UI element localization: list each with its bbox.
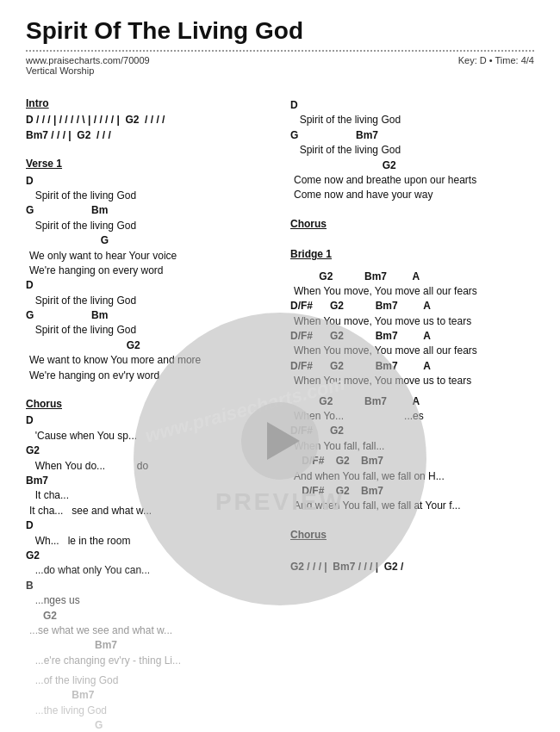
v1-l1: Spirit of the living God	[26, 189, 270, 203]
r-v2-c1: D	[290, 98, 534, 113]
v1-c3: G	[26, 233, 270, 248]
br2-l2: When You fall, fall...	[290, 439, 534, 454]
v1-l4: We're hanging on every word	[26, 264, 270, 278]
content-columns: Intro D / / / | / / / / \ | / / / / | G2…	[26, 88, 534, 732]
outro-c2: Bm7	[26, 688, 270, 703]
song-url-artist: www.praisecharts.com/70009 Vertical Wors…	[26, 55, 150, 76]
v1-c5: G Bm	[26, 308, 270, 323]
br1-l4: When You move, You move us to tears	[290, 374, 534, 388]
section-intro-label: Intro	[26, 96, 270, 111]
ch1-l7: ...nges us	[26, 593, 270, 608]
section-chorus-right-label: Chorus	[290, 217, 534, 232]
v1-l6: Spirit of the living God	[26, 323, 270, 338]
ch1-l5: Wh... le in the room	[26, 534, 270, 549]
br2-c3: D/F# G2 Bm7	[290, 454, 534, 468]
ch1-c5: G2	[26, 549, 270, 563]
v1-c2: G Bm	[26, 203, 270, 218]
section-verse1-label: Verse 1	[26, 157, 270, 171]
br2-l3: And when You fall, we fall on H...	[290, 469, 534, 484]
br2-c1: G2 Bm7 A	[290, 394, 534, 409]
outro-l2: ...the living God	[26, 704, 270, 718]
section-chorus1-label: Chorus	[26, 397, 270, 412]
ch1-l2: When You do... do	[26, 459, 270, 474]
br1-c1: G2 Bm7 A	[290, 270, 534, 284]
br1-l1: When You move, You move all our fears	[290, 284, 534, 299]
r-v2-c2: G Bm7	[290, 128, 534, 143]
ch1-l9: ...e're changing ev'ry - thing Li...	[26, 654, 270, 668]
ch1-c7: G2	[26, 609, 270, 623]
v1-c4: D	[26, 278, 270, 293]
br1-c4: D/F# G2 Bm7 A	[290, 359, 534, 374]
outro-l1: ...of the living God	[26, 673, 270, 688]
ch1-c4: D	[26, 518, 270, 533]
r-v2-l1: Spirit of the living God	[290, 113, 534, 127]
meta-row: www.praisecharts.com/70009 Vertical Wors…	[26, 55, 534, 76]
br1-l2: When You move, You move us to tears	[290, 314, 534, 329]
br2-l4: And when You fall, we fall at Your f...	[290, 499, 534, 513]
r-v2-c3: G2	[290, 158, 534, 173]
ch1-l4: It cha... see and what w...	[26, 504, 270, 518]
br1-c2: D/F# G2 Bm7 A	[290, 299, 534, 313]
v1-c1: D	[26, 174, 270, 189]
intro-chord-2: Bm7 / / / | G2 / / /	[26, 128, 270, 143]
v1-l7: We want to know You more and more	[26, 353, 270, 368]
outro-chord-right: G2 / / / | Bm7 / / / | G2 /	[290, 560, 534, 574]
ch1-l3: It cha...	[26, 488, 270, 503]
ch1-l8: ...se what we see and what w...	[26, 623, 270, 638]
br2-c4: D/F# G2 Bm7	[290, 484, 534, 499]
intro-chord-1: D / / / | / / / / \ | / / / / | G2 / / /…	[26, 113, 270, 127]
br2-l1: When Yo... ...es	[290, 409, 534, 424]
ch1-l1: 'Cause when You sp...	[26, 429, 270, 444]
v1-l3: We only want to hear Your voice	[26, 249, 270, 264]
section-bridge1-label: Bridge 1	[290, 247, 534, 262]
r-v2-l2: Spirit of the living God	[290, 143, 534, 158]
ch1-c3: Bm7	[26, 474, 270, 488]
section-chorus2-label: Chorus	[290, 528, 534, 543]
outro-c3: G	[26, 718, 270, 732]
r-v2-l3: Come now and breathe upon our hearts	[290, 173, 534, 188]
r-v2-l4: Come now and have your way	[290, 188, 534, 202]
right-column: D Spirit of the living God G Bm7 Spirit …	[290, 88, 534, 732]
br2-c2: D/F# G2	[290, 424, 534, 438]
song-title: Spirit Of The Living God	[26, 17, 534, 45]
ch1-l6: ...do what only You can...	[26, 563, 270, 578]
v1-l2: Spirit of the living God	[26, 219, 270, 233]
v1-l8: We're hanging on ev'ry word	[26, 369, 270, 383]
ch1-c8: Bm7	[26, 638, 270, 653]
key-time: Key: D • Time: 4/4	[458, 55, 534, 76]
br1-c3: D/F# G2 Bm7 A	[290, 329, 534, 344]
left-column: Intro D / / / | / / / / \ | / / / / | G2…	[26, 88, 270, 732]
br1-l3: When You move, You move all our fears	[290, 344, 534, 358]
v1-c6: G2	[26, 338, 270, 353]
ch1-c2: G2	[26, 444, 270, 458]
v1-l5: Spirit of the living God	[26, 294, 270, 308]
ch1-c6: B	[26, 579, 270, 593]
page: Spirit Of The Living God www.praisechart…	[0, 0, 560, 732]
title-divider	[26, 50, 534, 52]
ch1-c1: D	[26, 413, 270, 428]
